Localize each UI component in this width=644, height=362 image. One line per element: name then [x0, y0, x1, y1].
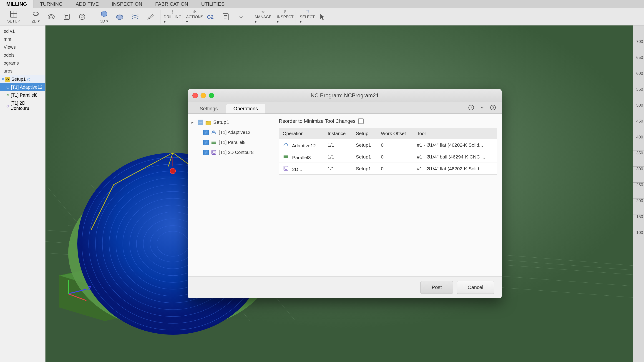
tool-cell: #1 - Ø1/4" ball (46294-K CNC ...	[413, 151, 497, 163]
svg-point-8	[79, 14, 85, 20]
tab-settings[interactable]: Settings	[192, 104, 225, 114]
tab-fabrication[interactable]: FABRICATION	[149, 0, 195, 8]
actions-export-button[interactable]	[234, 10, 248, 24]
post-button[interactable]: Post	[420, 281, 453, 294]
contour8-label: [T1] 2D Contour8	[10, 100, 44, 111]
contour8-checkbox[interactable]: ✓	[203, 150, 209, 155]
help-icon[interactable]	[489, 104, 497, 112]
table-row[interactable]: Parallel8 1/1 Setup1 0 #1 - Ø1/4" ball (…	[279, 151, 497, 163]
tree-item-views[interactable]: Views	[0, 43, 45, 51]
modal-content-panel: Reorder to Minimize Tool Changes Operati…	[274, 114, 502, 276]
parallel-tree-icon	[210, 139, 217, 146]
tab-milling[interactable]: MILLING	[0, 0, 34, 8]
svg-point-9	[81, 16, 83, 18]
select-label: SELECT ▾	[300, 15, 315, 24]
toolbar-group-drilling: DRILLING ▾	[162, 10, 183, 24]
tree-item-uros[interactable]: uros	[0, 67, 45, 75]
adaptive12-label: [T1] Adaptive12	[11, 84, 42, 90]
tab-turning[interactable]: TURNING	[34, 0, 69, 8]
select-cursor-button[interactable]	[316, 10, 330, 24]
select-button[interactable]: SELECT ▾	[300, 10, 314, 24]
table-row[interactable]: Adaptive12 1/1 Setup1 0 #1 - Ø1/4" flat …	[279, 139, 497, 151]
svg-rect-69	[284, 166, 288, 170]
reorder-checkbox[interactable]	[358, 118, 364, 124]
setup-button[interactable]: SETUP	[6, 10, 21, 24]
chevron-down-icon[interactable]	[478, 104, 486, 112]
adaptive-tree-icon	[210, 129, 217, 136]
setup-label: SETUP	[7, 19, 20, 24]
inspect-label: INSPECT ▾	[277, 15, 293, 24]
col-tool[interactable]: Tool	[413, 128, 497, 139]
inspect-button[interactable]: INSPECT ▾	[278, 10, 292, 24]
3d-adaptive-button[interactable]	[112, 10, 127, 24]
contour8-tree-label: [T1] 2D Contour8	[219, 150, 254, 155]
tree-parallel8[interactable]: ✓ [T1] Parallel8	[188, 137, 274, 147]
adaptive12-checkbox[interactable]: ✓	[203, 130, 209, 135]
modal-tabs: Settings Operations	[188, 102, 502, 114]
tree-item-mm[interactable]: mm	[0, 35, 45, 43]
tree-item-models[interactable]: odels	[0, 51, 45, 59]
table-row[interactable]: 2D ... 1/1 Setup1 0 #1 - Ø1/4" flat (462…	[279, 163, 497, 175]
toolbar-group-2d: 2D ▾	[26, 10, 92, 24]
reorder-row: Reorder to Minimize Tool Changes	[279, 118, 497, 124]
parallel8-checkbox[interactable]: ✓	[203, 140, 209, 145]
drilling-button[interactable]: DRILLING ▾	[165, 10, 180, 24]
tree-adaptive12[interactable]: ✓ [T1] Adaptive12	[188, 127, 274, 137]
close-button[interactable]	[192, 93, 198, 98]
setup-cell: Setup1	[352, 139, 377, 151]
op-contour8-item[interactable]: ◇ [T1] 2D Contour8	[0, 99, 45, 112]
instance-cell: 1/1	[324, 163, 352, 175]
instance-cell: 1/1	[324, 139, 352, 151]
col-setup[interactable]: Setup	[352, 128, 377, 139]
2d-button[interactable]: 2D ▾	[28, 10, 43, 24]
adaptive12-tree-label: [T1] Adaptive12	[219, 130, 250, 135]
toolbar-group-manage: MANAGE ▾	[253, 10, 273, 24]
cancel-button[interactable]: Cancel	[456, 281, 494, 294]
modal-footer: Post Cancel	[188, 276, 502, 298]
3d-button[interactable]: 3D ▾	[97, 10, 112, 24]
tree-item-programs[interactable]: ograms	[0, 59, 45, 67]
svg-text:G2: G2	[207, 14, 214, 20]
2d-contour-button[interactable]	[59, 10, 74, 24]
tree-expand-icon: ▸	[192, 120, 196, 125]
svg-point-60	[212, 131, 215, 132]
svg-rect-64	[212, 150, 216, 154]
tab-operations[interactable]: Operations	[226, 104, 266, 114]
toolbar-group-3d: 3D ▾	[94, 10, 161, 24]
actions-post-button[interactable]: ACTIONS ▾	[188, 10, 202, 24]
manage-button[interactable]: MANAGE ▾	[256, 10, 270, 24]
history-icon[interactable]	[467, 104, 475, 112]
instance-cell: 1/1	[324, 151, 352, 163]
3d-pencil-button[interactable]	[143, 10, 158, 24]
tool-cell: #1 - Ø1/4" flat (46202-K Solid...	[413, 163, 497, 175]
2d-bore-button[interactable]	[75, 10, 89, 24]
tree-setup1[interactable]: ▸ — Setup1	[188, 117, 274, 127]
op-adaptive12-item[interactable]: ⬡ [T1] Adaptive12	[0, 83, 45, 91]
toolbar-icon-row: SETUP 2D ▾	[0, 8, 644, 25]
actions-g2-button[interactable]: G2	[203, 10, 218, 24]
col-work-offset[interactable]: Work Offset	[377, 128, 413, 139]
modal-overlay: NC Program: NCProgram21 Settings Operati…	[46, 26, 644, 362]
tab-utilities[interactable]: UTILITIES	[195, 0, 231, 8]
3d-parallel-button[interactable]	[128, 10, 142, 24]
drilling-label: DRILLING ▾	[164, 15, 182, 24]
operations-table: Operation Instance Setup Work Offset Too…	[279, 128, 497, 175]
setup1-header[interactable]: ▾ ⚙ Setup1 ◎	[0, 75, 45, 83]
col-operation[interactable]: Operation	[279, 128, 324, 139]
2d-pocket-button[interactable]	[44, 10, 58, 24]
tree-contour8[interactable]: ✓ [T1] 2D Contour8	[188, 147, 274, 157]
col-instance[interactable]: Instance	[324, 128, 352, 139]
op-name: Adaptive12	[292, 143, 316, 148]
tree-item-edv1[interactable]: ed v1	[0, 27, 45, 35]
op-name-cell: 2D ...	[279, 163, 324, 175]
modal-tab-icons	[467, 104, 497, 114]
minimize-button[interactable]	[200, 93, 206, 98]
setup1-checkbox[interactable]: —	[198, 120, 203, 125]
maximize-button[interactable]	[209, 93, 214, 98]
check-mark3: ✓	[205, 150, 208, 154]
tab-additive[interactable]: ADDITIVE	[69, 0, 105, 8]
op-parallel8-item[interactable]: ≋ [T1] Parallel8	[0, 91, 45, 99]
tab-inspection[interactable]: INSPECTION	[105, 0, 149, 8]
adaptive-icon: ⬡	[6, 85, 10, 89]
actions-nc-button[interactable]	[218, 10, 233, 24]
